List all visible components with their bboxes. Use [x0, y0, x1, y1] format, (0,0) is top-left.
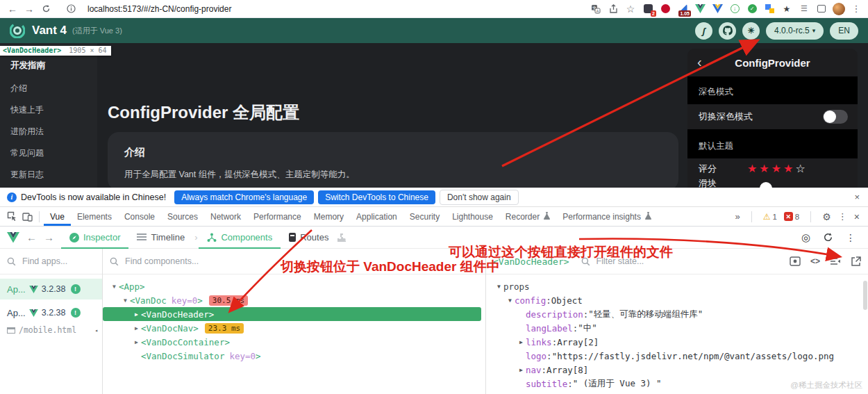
devtools-settings-icon[interactable]: ⚙ [822, 211, 831, 222]
scrollbar-thumb[interactable] [863, 281, 867, 310]
sidebar-item[interactable]: 常见问题 [10, 147, 97, 159]
devtools-tab-security[interactable]: Security [403, 207, 446, 226]
collapse-all-icon[interactable] [830, 257, 841, 265]
find-apps-input[interactable] [21, 256, 100, 267]
ruler-extension-icon[interactable]: 1.05 [676, 3, 689, 15]
inspect-dom-icon[interactable]: <> [810, 256, 820, 266]
shield-extension-icon[interactable]: ✓ [746, 3, 758, 15]
dont-show-again-button[interactable]: Don't show again [440, 190, 519, 205]
star-filled-icon[interactable]: ★ [747, 163, 759, 174]
prop-row[interactable]: langLabel: "中" [486, 321, 868, 335]
expand-arrow-icon[interactable]: ▼ [110, 284, 119, 290]
version-select[interactable]: 4.0.0-rc.5 ▾ [766, 22, 824, 40]
star-filled-icon[interactable]: ★ [759, 163, 771, 174]
theme-toggle-icon[interactable]: ☀ [742, 22, 760, 40]
devtools-tab-elements[interactable]: Elements [71, 207, 118, 226]
share-icon[interactable] [607, 3, 619, 15]
expand-arrow-icon[interactable]: ▶ [132, 325, 141, 331]
warning-counter[interactable]: ⚠ 1 [763, 212, 777, 222]
sidebar-item[interactable]: 更新日志 [10, 169, 97, 181]
site-info-icon[interactable] [64, 4, 78, 13]
expand-arrow-icon[interactable]: ▶ [517, 339, 526, 345]
tab-routes[interactable]: Routes [281, 227, 337, 249]
slider-knob[interactable] [760, 182, 772, 188]
devtools-close-icon[interactable]: × [854, 211, 860, 222]
prop-row[interactable]: ▼props [486, 279, 868, 293]
prop-row[interactable]: title: "Vant 4" [486, 391, 868, 394]
back-chevron-icon[interactable]: ‹ [697, 54, 702, 69]
filter-state-input[interactable] [595, 256, 674, 267]
address-bar-url[interactable]: localhost:5173/#/zh-CN/config-provider [87, 4, 231, 14]
refresh-icon[interactable] [823, 232, 833, 243]
changelog-icon[interactable]: ʃ [695, 22, 712, 40]
devtools-tab-sources[interactable]: Sources [161, 207, 204, 226]
tree-row-selected[interactable]: ▶<VanDocHeader> [103, 307, 481, 321]
browser-menu-icon[interactable]: ⋮ [850, 3, 862, 15]
inspect-element-icon[interactable] [4, 210, 19, 224]
switch-to-chinese-button[interactable]: Switch DevTools to Chinese [318, 190, 435, 204]
scroll-into-view-icon[interactable] [790, 256, 801, 266]
language-switch[interactable]: EN [830, 22, 858, 40]
devtools-tab-application[interactable]: Application [350, 207, 403, 226]
prop-row[interactable]: logo: "https://fastly.jsdelivr.net/npm/@… [486, 349, 868, 363]
devtools-tab-vue[interactable]: Vue [44, 207, 71, 226]
adblock-icon[interactable] [659, 3, 671, 15]
download-extension-icon[interactable]: ↓ [728, 3, 741, 15]
squares-extension-icon[interactable] [763, 3, 776, 15]
always-match-language-button[interactable]: Always match Chrome's language [174, 190, 314, 204]
tree-row[interactable]: ▼<App> [103, 279, 485, 293]
side-panel-icon[interactable] [815, 3, 828, 15]
expand-arrow-icon[interactable]: ▶ [132, 339, 141, 345]
expand-arrow-icon[interactable]: ▶ [132, 311, 141, 318]
app-frame-row[interactable]: /mobile.html ◂ [0, 323, 102, 337]
prop-row[interactable]: ▼config: Object [486, 293, 868, 307]
tree-row[interactable]: ▶<VanDocNav>23.3 ms [103, 321, 485, 335]
prop-row[interactable]: ▶links: Array[2] [486, 335, 868, 349]
find-components-input[interactable] [124, 256, 265, 267]
expand-arrow-icon[interactable]: ▼ [494, 284, 503, 290]
devtools-tab-performance-insights[interactable]: Performance insights [556, 207, 658, 226]
app-item-selected[interactable]: Ap... 3.2.38 ! [0, 279, 102, 299]
vue-devtools-beta-icon[interactable] [711, 3, 724, 15]
history-back-icon[interactable]: ← [26, 231, 37, 243]
tree-row[interactable]: <VanDocSimulatorkey=0> [103, 349, 485, 363]
media-controls-icon[interactable]: ☰ [798, 3, 810, 15]
dark-mode-toggle[interactable] [823, 110, 848, 124]
expand-arrow-icon[interactable]: ▼ [506, 297, 515, 304]
more-tabs-icon[interactable]: » [735, 211, 740, 222]
bookmark-star-icon[interactable]: ☆ [624, 3, 637, 15]
browser-forward-icon[interactable]: → [22, 1, 36, 17]
devtools-tab-lighthouse[interactable]: Lighthouse [446, 207, 499, 226]
vue-devtools-green-icon[interactable] [694, 3, 706, 15]
devtools-tab-performance[interactable]: Performance [247, 207, 308, 226]
sidebar-item[interactable]: 介绍 [10, 83, 97, 95]
pin-extension-icon[interactable]: ★ [781, 3, 793, 15]
profile-avatar[interactable] [833, 3, 845, 15]
sidebar-item[interactable]: 进阶用法 [10, 126, 97, 138]
app-item[interactable]: Ap... 3.2.38 ! [0, 302, 102, 323]
devtools-menu-icon[interactable]: ⋮ [838, 211, 847, 222]
star-outline-icon[interactable]: ☆ [795, 163, 807, 174]
devtools-tab-recorder[interactable]: Recorder [499, 207, 556, 226]
select-component-icon[interactable]: ◎ [801, 231, 810, 244]
prop-row[interactable]: description: "轻量、可靠的移动端组件库" [486, 307, 868, 321]
expand-arrow-icon[interactable]: ▶ [517, 367, 526, 373]
github-icon[interactable] [719, 22, 736, 40]
star-filled-icon[interactable]: ★ [783, 163, 795, 174]
tree-row[interactable]: ▶<VanDocContainer> [103, 335, 485, 349]
history-forward-icon[interactable]: → [44, 231, 54, 243]
tree-row[interactable]: ▼<VanDockey=0>30.5 ms [103, 293, 485, 307]
translate-icon[interactable]: 文A [590, 3, 602, 15]
browser-reload-icon[interactable] [39, 4, 53, 13]
error-counter[interactable]: ✕ 8 [784, 212, 799, 221]
device-toolbar-icon[interactable] [19, 210, 35, 224]
expand-arrow-icon[interactable]: ▼ [121, 297, 130, 304]
browser-back-icon[interactable]: ← [6, 1, 19, 17]
star-rating[interactable]: ★★★★☆ [747, 163, 808, 174]
tab-timeline[interactable]: Timeline [128, 227, 193, 249]
vue-menu-icon[interactable]: ⋮ [846, 232, 856, 243]
open-in-editor-icon[interactable] [851, 256, 861, 267]
infobar-close-icon[interactable]: × [854, 192, 861, 202]
tab-components[interactable]: Components [199, 227, 281, 249]
devtools-tab-console[interactable]: Console [118, 207, 161, 226]
